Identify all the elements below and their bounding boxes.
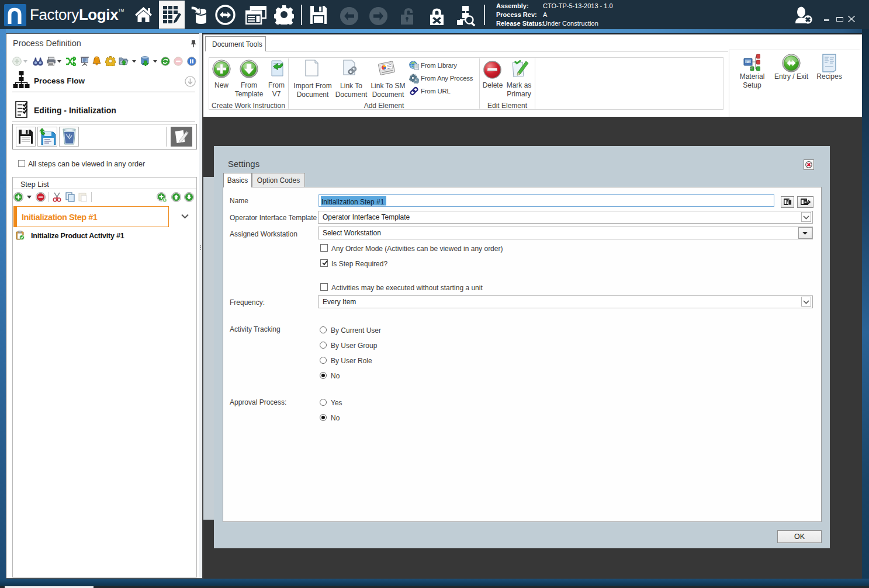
- svg-text:W: W: [747, 60, 750, 64]
